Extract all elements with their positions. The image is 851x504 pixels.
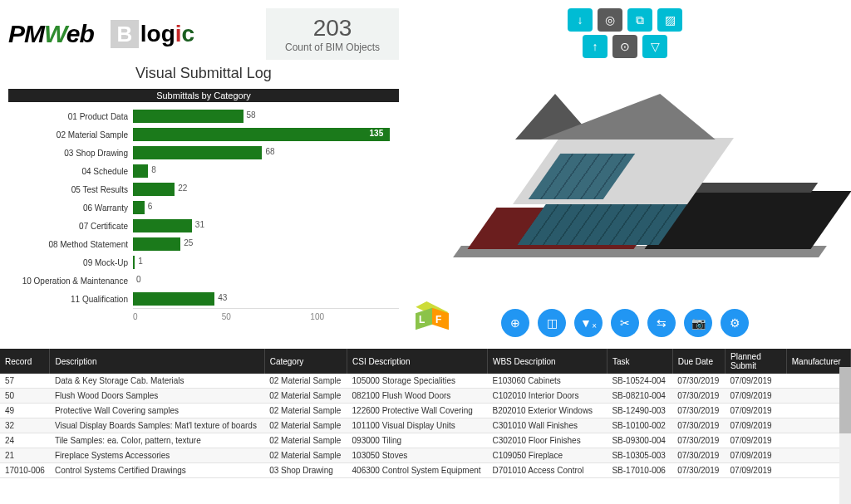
chart-bar[interactable]	[133, 164, 148, 178]
table-cell: SB-10100-002	[607, 418, 672, 433]
table-header[interactable]: Record	[0, 349, 50, 374]
chart-row[interactable]: 04 Schedule8	[8, 162, 399, 180]
chart-row[interactable]: 06 Warranty6	[8, 198, 399, 217]
table-cell: B202010 Exterior Windows	[488, 404, 608, 418]
table-cell: 082100 Flush Wood Doors	[347, 389, 488, 404]
table-cell: SB-10524-004	[607, 374, 672, 389]
table-cell: 07/30/2019	[672, 418, 725, 433]
table-row[interactable]: 24Tile Samples: ea. Color, pattern, text…	[0, 433, 851, 448]
table-cell: 02 Material Sample	[264, 418, 347, 433]
chart-category-label: 02 Material Sample	[8, 130, 133, 139]
table-cell: 07/09/2019	[726, 448, 787, 463]
chart-row[interactable]: 11 Qualification43	[8, 290, 399, 308]
chart-value-label: 31	[195, 220, 204, 229]
table-cell: 07/09/2019	[726, 418, 787, 433]
chart-row[interactable]: 07 Certificate31	[8, 217, 399, 235]
chart-category-label: 09 Mock-Up	[8, 258, 133, 267]
table-cell: 101100 Visual Display Units	[347, 418, 488, 433]
chart-bar[interactable]	[133, 146, 262, 159]
camera-icon[interactable]: 📷	[684, 309, 712, 337]
chart-bar[interactable]	[133, 219, 192, 232]
bim-model-render[interactable]	[457, 75, 823, 291]
reticle-icon[interactable]: ⊕	[501, 309, 529, 337]
viewer-top-toolbar: ↓ ◎ ⧉ ▨ ↑ ⊙ ▽	[568, 8, 682, 58]
chart-category-label: 10 Operation & Maintenance	[8, 276, 133, 286]
table-header[interactable]: Planned Submit	[726, 349, 787, 374]
chart-value-label: 58	[247, 110, 256, 120]
chart-bar[interactable]	[133, 183, 175, 196]
table-cell: 57	[0, 374, 50, 389]
chart-row[interactable]: 09 Mock-Up1	[8, 253, 399, 272]
chart-row[interactable]: 02 Material Sample135	[8, 125, 399, 144]
view-cube[interactable]: L F	[416, 304, 444, 332]
chart-value-label: 25	[184, 238, 193, 247]
cut-icon[interactable]: ✂	[611, 309, 639, 337]
filter-clear-icon[interactable]: ▼ₓ	[574, 309, 603, 337]
table-cell: Data & Key Storage Cab. Materials	[50, 374, 264, 389]
chart-value-label: 22	[178, 183, 187, 193]
filter-icon[interactable]: ▽	[642, 35, 667, 58]
bim-viewer[interactable]: ↓ ◎ ⧉ ▨ ↑ ⊙ ▽	[407, 8, 843, 340]
table-cell: 122600 Protective Wall Covering	[347, 404, 488, 418]
select-box-icon[interactable]: ◫	[538, 309, 566, 337]
duplicate-icon[interactable]: ⧉	[627, 8, 652, 32]
table-cell: Control Systems Certified Drawings	[50, 463, 264, 478]
chart-bar[interactable]	[133, 292, 214, 306]
chart-row[interactable]: 08 Method Statement25	[8, 235, 399, 253]
table-header[interactable]: Task	[607, 349, 672, 374]
share-icon[interactable]: ⇆	[647, 309, 676, 337]
chart-value-label: 8	[151, 165, 156, 174]
table-cell: 07/30/2019	[672, 374, 725, 389]
table-cell: 07/09/2019	[726, 463, 787, 478]
scrollbar-thumb[interactable]	[839, 367, 851, 433]
chart-category-label: 08 Method Statement	[8, 240, 133, 249]
chart-row[interactable]: 05 Test Results22	[8, 180, 399, 198]
target-icon[interactable]: ◎	[598, 8, 622, 32]
arrow-up-icon[interactable]: ↑	[583, 35, 608, 58]
table-header[interactable]: WBS Description	[488, 349, 608, 374]
chart-bar[interactable]	[133, 201, 145, 214]
table-cell: 07/09/2019	[726, 404, 787, 418]
table-cell: Visual Display Boards Samples: Mat'l tex…	[50, 418, 264, 433]
table-header[interactable]: CSI Description	[347, 349, 488, 374]
table-row[interactable]: 49Protective Wall Covering samples02 Mat…	[0, 404, 851, 418]
table-header[interactable]: Category	[264, 349, 347, 374]
table-header[interactable]: Description	[50, 349, 264, 374]
table-row[interactable]: 21Fireplace Systems Accessories02 Materi…	[0, 448, 851, 463]
chart-bar[interactable]	[133, 256, 135, 269]
table-header[interactable]: Due Date	[672, 349, 725, 374]
submittals-chart[interactable]: 01 Product Data5802 Material Sample13503…	[8, 107, 399, 331]
chart-row[interactable]: 01 Product Data58	[8, 107, 399, 125]
chart-bar[interactable]	[133, 128, 390, 141]
settings-icon[interactable]: ⚙	[721, 309, 749, 337]
table-row[interactable]: 57Data & Key Storage Cab. Materials02 Ma…	[0, 374, 851, 389]
arrow-down-icon[interactable]: ↓	[568, 8, 593, 32]
table-cell: 02 Material Sample	[264, 404, 347, 418]
chart-value-label: 0	[136, 275, 141, 284]
chart-value-label: 43	[218, 293, 227, 302]
table-cell: 406300 Control System Equipment	[347, 463, 488, 478]
table-cell: SB-17010-006	[607, 463, 672, 478]
table-row[interactable]: 50Flush Wood Doors Samples02 Material Sa…	[0, 389, 851, 404]
submittals-table[interactable]: RecordDescriptionCategoryCSI Description…	[0, 349, 851, 478]
chart-row[interactable]: 10 Operation & Maintenance0	[8, 272, 399, 290]
table-cell: 02 Material Sample	[264, 433, 347, 448]
table-cell: 02 Material Sample	[264, 389, 347, 404]
chart-row[interactable]: 03 Shop Drawing68	[8, 144, 399, 162]
blogic-logo: Blogic	[111, 20, 194, 48]
kpi-value: 203	[266, 15, 399, 42]
table-row[interactable]: 17010-006Control Systems Certified Drawi…	[0, 463, 851, 478]
table-row[interactable]: 32Visual Display Boards Samples: Mat'l t…	[0, 418, 851, 433]
target-alt-icon[interactable]: ⊙	[612, 35, 637, 58]
table-cell: C301010 Wall Finishes	[488, 418, 608, 433]
table-cell: Protective Wall Covering samples	[50, 404, 264, 418]
chart-bar[interactable]	[133, 110, 243, 123]
chart-bar[interactable]	[133, 237, 180, 251]
table-cell: SB-12490-003	[607, 404, 672, 418]
chart-category-label: 11 Qualification	[8, 295, 133, 304]
chart-category-label: 04 Schedule	[8, 167, 133, 176]
table-cell: 105000 Storage Specialities	[347, 374, 488, 389]
kpi-count: 203 Count of BIM Objects	[266, 8, 399, 60]
chart-value-label: 1	[138, 257, 143, 266]
hatch-icon[interactable]: ▨	[657, 8, 682, 32]
